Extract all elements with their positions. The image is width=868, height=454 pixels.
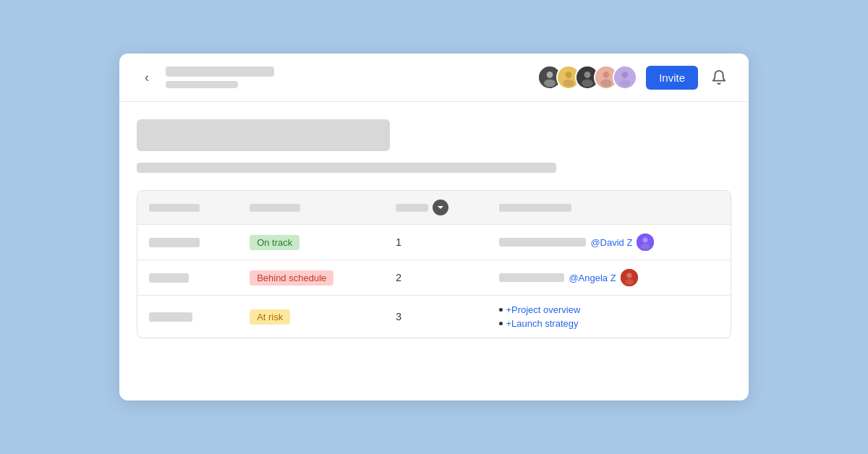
col-header-4 xyxy=(488,191,731,225)
content-desc-skeleton xyxy=(137,163,556,173)
avatar-5[interactable] xyxy=(613,65,637,90)
subtitle-skeleton xyxy=(166,81,238,88)
bullet-1 xyxy=(499,308,503,312)
header-right: Invite xyxy=(537,65,731,90)
svg-point-19 xyxy=(626,273,631,278)
svg-point-5 xyxy=(563,80,574,87)
sort-icon[interactable] xyxy=(433,200,448,215)
link-item-2[interactable]: +Launch strategy xyxy=(499,318,719,329)
main-window: ‹ xyxy=(119,53,749,401)
table-row: On track 1 @David Z xyxy=(137,225,731,260)
status-badge-behind: Behind schedule xyxy=(250,270,333,286)
header: ‹ xyxy=(119,53,749,102)
row1-col1 xyxy=(137,225,238,260)
data-table: On track 1 @David Z xyxy=(137,190,731,338)
row1-mention-tag[interactable]: @David Z xyxy=(590,237,632,248)
svg-point-4 xyxy=(566,72,572,78)
notification-button[interactable] xyxy=(707,65,731,90)
row1-mention-avatar[interactable] xyxy=(637,234,654,251)
svg-point-13 xyxy=(622,72,629,78)
title-skeleton xyxy=(166,67,274,77)
link-text-2[interactable]: +Launch strategy xyxy=(506,318,578,329)
row2-mention-skeleton xyxy=(499,273,564,282)
status-badge-on-track: On track xyxy=(250,235,299,250)
table-row: Behind schedule 2 @Angela Z xyxy=(137,260,731,296)
row1-col4: @David Z xyxy=(488,225,731,260)
content-area: On track 1 @David Z xyxy=(119,102,749,361)
table-header-row xyxy=(137,191,731,225)
svg-point-14 xyxy=(619,80,631,87)
content-top xyxy=(137,119,731,173)
content-title-skeleton xyxy=(137,119,390,151)
status-badge-at-risk: At risk xyxy=(250,309,290,325)
row2-col1 xyxy=(137,260,238,296)
row3-links-cell: +Project overview +Launch strategy xyxy=(499,304,719,329)
header-title-block xyxy=(166,67,274,88)
svg-point-7 xyxy=(584,72,591,78)
svg-point-17 xyxy=(641,244,650,249)
link-text-1[interactable]: +Project overview xyxy=(506,304,580,315)
svg-point-8 xyxy=(582,80,593,87)
row2-number: 2 xyxy=(384,260,488,296)
svg-point-20 xyxy=(625,279,634,285)
row3-col1 xyxy=(137,296,238,338)
bullet-2 xyxy=(499,322,503,325)
row2-mention-avatar[interactable] xyxy=(621,269,638,286)
row1-number: 1 xyxy=(384,225,488,260)
header-left: ‹ xyxy=(137,67,274,88)
row3-name-skeleton xyxy=(149,312,192,322)
invite-button[interactable]: Invite xyxy=(646,66,698,90)
row1-mention-cell: @David Z xyxy=(499,234,719,251)
row3-status: At risk xyxy=(238,296,384,338)
row2-col4: @Angela Z xyxy=(488,260,731,296)
row3-col4: +Project overview +Launch strategy xyxy=(488,296,731,338)
svg-point-11 xyxy=(600,80,612,87)
row2-status: Behind schedule xyxy=(238,260,384,296)
row2-mention-tag[interactable]: @Angela Z xyxy=(569,273,616,283)
row2-mention-cell: @Angela Z xyxy=(499,269,719,286)
avatar-group xyxy=(537,65,637,90)
svg-point-2 xyxy=(544,80,556,87)
col-header-1 xyxy=(137,191,238,225)
svg-point-10 xyxy=(603,72,610,78)
row2-name-skeleton xyxy=(149,273,189,283)
table-row: At risk 3 +Project overview xyxy=(137,296,731,338)
col-header-2 xyxy=(238,191,384,225)
link-item-1[interactable]: +Project overview xyxy=(499,304,719,315)
row1-name-skeleton xyxy=(149,238,200,247)
row1-mention-skeleton xyxy=(499,238,586,247)
svg-point-16 xyxy=(643,238,648,243)
back-button[interactable]: ‹ xyxy=(137,67,157,87)
row1-status: On track xyxy=(238,225,384,260)
col-header-3[interactable] xyxy=(384,191,488,225)
svg-point-1 xyxy=(547,72,553,78)
row3-number: 3 xyxy=(384,296,488,338)
